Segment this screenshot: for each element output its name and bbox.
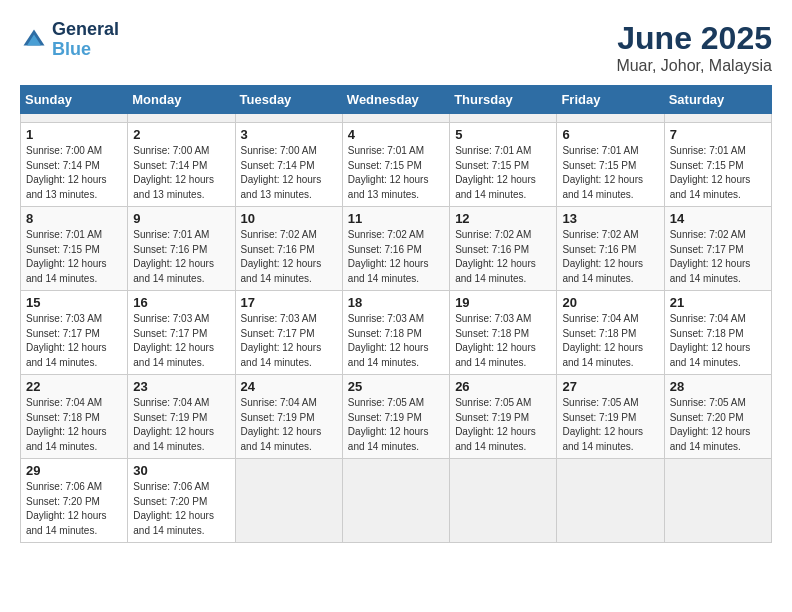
day-27: 27 Sunrise: 7:05 AMSunset: 7:19 PMDaylig… xyxy=(557,375,664,459)
header-friday: Friday xyxy=(557,86,664,114)
week-row-5: 22 Sunrise: 7:04 AMSunset: 7:18 PMDaylig… xyxy=(21,375,772,459)
day-11: 11 Sunrise: 7:02 AMSunset: 7:16 PMDaylig… xyxy=(342,207,449,291)
week-row-2: 1 Sunrise: 7:00 AMSunset: 7:14 PMDayligh… xyxy=(21,123,772,207)
day-28: 28 Sunrise: 7:05 AMSunset: 7:20 PMDaylig… xyxy=(664,375,771,459)
logo-icon xyxy=(20,26,48,54)
calendar-subtitle: Muar, Johor, Malaysia xyxy=(616,57,772,75)
day-16: 16 Sunrise: 7:03 AMSunset: 7:17 PMDaylig… xyxy=(128,291,235,375)
week-row-3: 8 Sunrise: 7:01 AMSunset: 7:15 PMDayligh… xyxy=(21,207,772,291)
empty-cell xyxy=(128,114,235,123)
empty-cell xyxy=(664,459,771,543)
day-23: 23 Sunrise: 7:04 AMSunset: 7:19 PMDaylig… xyxy=(128,375,235,459)
day-headers: Sunday Monday Tuesday Wednesday Thursday… xyxy=(21,86,772,114)
day-5: 5 Sunrise: 7:01 AMSunset: 7:15 PMDayligh… xyxy=(450,123,557,207)
week-row-1 xyxy=(21,114,772,123)
day-3: 3 Sunrise: 7:00 AMSunset: 7:14 PMDayligh… xyxy=(235,123,342,207)
day-20: 20 Sunrise: 7:04 AMSunset: 7:18 PMDaylig… xyxy=(557,291,664,375)
day-30: 30 Sunrise: 7:06 AMSunset: 7:20 PMDaylig… xyxy=(128,459,235,543)
day-13: 13 Sunrise: 7:02 AMSunset: 7:16 PMDaylig… xyxy=(557,207,664,291)
header-monday: Monday xyxy=(128,86,235,114)
day-21: 21 Sunrise: 7:04 AMSunset: 7:18 PMDaylig… xyxy=(664,291,771,375)
empty-cell xyxy=(557,459,664,543)
empty-cell xyxy=(450,459,557,543)
header-thursday: Thursday xyxy=(450,86,557,114)
day-25: 25 Sunrise: 7:05 AMSunset: 7:19 PMDaylig… xyxy=(342,375,449,459)
day-6: 6 Sunrise: 7:01 AMSunset: 7:15 PMDayligh… xyxy=(557,123,664,207)
day-8: 8 Sunrise: 7:01 AMSunset: 7:15 PMDayligh… xyxy=(21,207,128,291)
calendar-table: Sunday Monday Tuesday Wednesday Thursday… xyxy=(20,85,772,543)
header-saturday: Saturday xyxy=(664,86,771,114)
day-4: 4 Sunrise: 7:01 AMSunset: 7:15 PMDayligh… xyxy=(342,123,449,207)
logo: GeneralBlue xyxy=(20,20,119,60)
day-24: 24 Sunrise: 7:04 AMSunset: 7:19 PMDaylig… xyxy=(235,375,342,459)
day-15: 15 Sunrise: 7:03 AMSunset: 7:17 PMDaylig… xyxy=(21,291,128,375)
day-18: 18 Sunrise: 7:03 AMSunset: 7:18 PMDaylig… xyxy=(342,291,449,375)
empty-cell xyxy=(342,459,449,543)
empty-cell xyxy=(21,114,128,123)
title-area: June 2025 Muar, Johor, Malaysia xyxy=(616,20,772,75)
day-2: 2 Sunrise: 7:00 AMSunset: 7:14 PMDayligh… xyxy=(128,123,235,207)
week-row-4: 15 Sunrise: 7:03 AMSunset: 7:17 PMDaylig… xyxy=(21,291,772,375)
day-14: 14 Sunrise: 7:02 AMSunset: 7:17 PMDaylig… xyxy=(664,207,771,291)
calendar-title: June 2025 xyxy=(616,20,772,57)
header-tuesday: Tuesday xyxy=(235,86,342,114)
logo-text: GeneralBlue xyxy=(52,20,119,60)
header-sunday: Sunday xyxy=(21,86,128,114)
empty-cell xyxy=(557,114,664,123)
day-7: 7 Sunrise: 7:01 AMSunset: 7:15 PMDayligh… xyxy=(664,123,771,207)
day-26: 26 Sunrise: 7:05 AMSunset: 7:19 PMDaylig… xyxy=(450,375,557,459)
day-1: 1 Sunrise: 7:00 AMSunset: 7:14 PMDayligh… xyxy=(21,123,128,207)
empty-cell xyxy=(235,459,342,543)
day-10: 10 Sunrise: 7:02 AMSunset: 7:16 PMDaylig… xyxy=(235,207,342,291)
empty-cell xyxy=(342,114,449,123)
empty-cell xyxy=(664,114,771,123)
day-17: 17 Sunrise: 7:03 AMSunset: 7:17 PMDaylig… xyxy=(235,291,342,375)
day-9: 9 Sunrise: 7:01 AMSunset: 7:16 PMDayligh… xyxy=(128,207,235,291)
empty-cell xyxy=(450,114,557,123)
day-19: 19 Sunrise: 7:03 AMSunset: 7:18 PMDaylig… xyxy=(450,291,557,375)
header-wednesday: Wednesday xyxy=(342,86,449,114)
day-29: 29 Sunrise: 7:06 AMSunset: 7:20 PMDaylig… xyxy=(21,459,128,543)
week-row-6: 29 Sunrise: 7:06 AMSunset: 7:20 PMDaylig… xyxy=(21,459,772,543)
day-12: 12 Sunrise: 7:02 AMSunset: 7:16 PMDaylig… xyxy=(450,207,557,291)
empty-cell xyxy=(235,114,342,123)
page-header: GeneralBlue June 2025 Muar, Johor, Malay… xyxy=(20,20,772,75)
day-22: 22 Sunrise: 7:04 AMSunset: 7:18 PMDaylig… xyxy=(21,375,128,459)
